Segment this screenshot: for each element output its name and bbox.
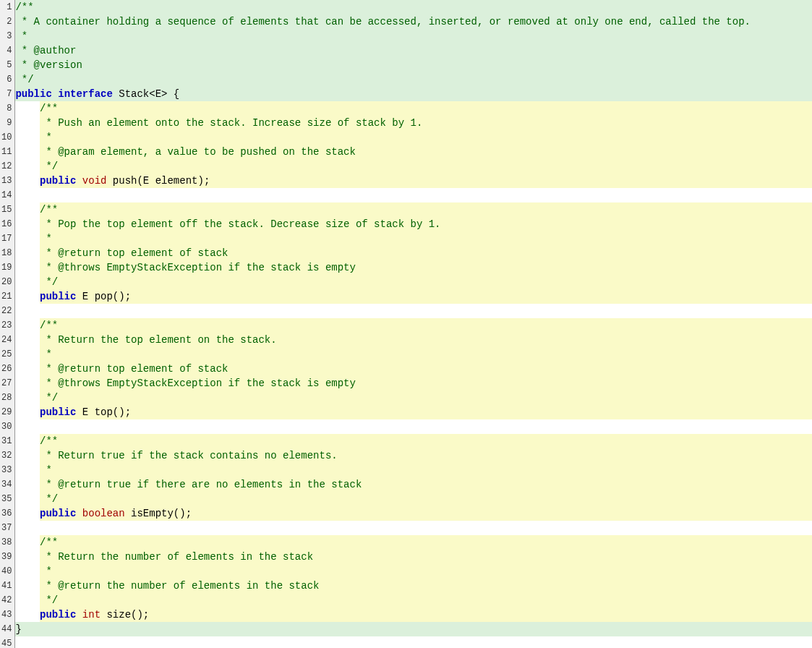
line-number: 18 (0, 246, 14, 260)
code-token: public (40, 406, 76, 418)
line-number: 34 (0, 477, 14, 492)
code-line: * (15, 347, 812, 362)
code-token: public (40, 609, 76, 621)
code-line: * (15, 29, 812, 43)
code-line: public boolean isEmpty(); (15, 506, 812, 521)
code-line (15, 636, 812, 648)
code-token: /** (40, 435, 58, 447)
code-token: * @return top element of stack (40, 363, 228, 375)
code-token: * Return true if the stack contains no e… (40, 450, 338, 461)
line-number: 37 (0, 521, 14, 535)
line-number: 24 (0, 333, 14, 347)
code-token: public (40, 175, 76, 187)
code-token (76, 609, 82, 621)
code-token: * (40, 233, 52, 244)
line-number: 2 (0, 14, 14, 29)
code-token: * (40, 464, 52, 476)
line-number: 32 (0, 448, 14, 463)
code-line: */ (15, 275, 812, 289)
code-token: Stack<E> { (113, 88, 179, 100)
line-number: 13 (0, 174, 14, 188)
code-token: * A container holding a sequence of elem… (15, 16, 751, 27)
code-line: /** (15, 202, 812, 217)
code-token: E top(); (76, 406, 131, 418)
gutter: 1234567891011121314151617181920212223242… (0, 0, 15, 648)
line-number: 43 (0, 608, 14, 622)
code-token: * @author (15, 45, 76, 56)
line-number: 39 (0, 550, 14, 564)
code-line: * (15, 463, 812, 477)
code-line: * (15, 130, 812, 145)
code-line: * (15, 564, 812, 579)
code-line: * Return the top element on the stack. (15, 333, 812, 347)
code-token: void (82, 175, 107, 187)
line-number: 21 (0, 289, 14, 304)
code-token: * (40, 132, 52, 143)
line-number: 9 (0, 116, 14, 130)
code-line: } (15, 622, 812, 636)
code-line (15, 521, 812, 535)
code-line: * Return the number of elements in the s… (15, 550, 812, 564)
code-token: interface (58, 88, 113, 100)
code-line: /** (15, 535, 812, 550)
line-number: 41 (0, 579, 14, 593)
line-number: 25 (0, 347, 14, 362)
code-token: * @return top element of stack (40, 247, 228, 259)
line-number: 38 (0, 535, 14, 550)
code-token: int (82, 609, 101, 621)
code-line: * @return true if there are no elements … (15, 477, 812, 492)
code-line: * @return top element of stack (15, 246, 812, 260)
code-line: /** (15, 101, 812, 116)
code-token (76, 175, 82, 187)
code-token: /** (40, 103, 58, 114)
code-token: * Return the top element on the stack. (40, 334, 277, 346)
code-line: */ (15, 492, 812, 506)
code-line: * @version (15, 58, 812, 72)
code-line: * Push an element onto the stack. Increa… (15, 116, 812, 130)
line-number: 6 (0, 72, 14, 87)
line-number: 8 (0, 101, 14, 116)
code-line: */ (15, 593, 812, 608)
line-number: 16 (0, 217, 14, 231)
code-line: public int size(); (15, 608, 812, 622)
line-number: 20 (0, 275, 14, 289)
code-token: /** (40, 204, 58, 216)
code-token: */ (40, 161, 58, 172)
code-token (52, 88, 58, 100)
line-number: 15 (0, 202, 14, 217)
code-viewer: 1234567891011121314151617181920212223242… (0, 0, 812, 648)
code-token: /** (15, 1, 33, 13)
code-line: * @return the number of elements in the … (15, 579, 812, 593)
code-line: public interface Stack<E> { (15, 87, 812, 101)
code-token: */ (15, 74, 33, 85)
code-line: public E pop(); (15, 289, 812, 304)
code-line: public E top(); (15, 405, 812, 419)
code-line: * A container holding a sequence of elem… (15, 14, 812, 29)
line-number: 35 (0, 492, 14, 506)
line-number: 30 (0, 419, 14, 434)
code-line: * @throws EmptyStackException if the sta… (15, 260, 812, 275)
code-token: } (15, 623, 21, 635)
line-number: 31 (0, 434, 14, 448)
code-line: */ (15, 72, 812, 87)
code-line: public void push(E element); (15, 174, 812, 188)
code-line: * @author (15, 43, 812, 58)
code-line: /** (15, 0, 812, 14)
code-line: /** (15, 434, 812, 448)
code-line: /** (15, 318, 812, 333)
line-number: 11 (0, 145, 14, 159)
code-token: * @return the number of elements in the … (40, 580, 319, 592)
line-number: 44 (0, 622, 14, 636)
code-token: * @version (15, 59, 82, 71)
line-number: 3 (0, 29, 14, 43)
line-number: 29 (0, 405, 14, 419)
line-number: 26 (0, 362, 14, 376)
line-number: 5 (0, 58, 14, 72)
line-number: 40 (0, 564, 14, 579)
code-line: * Return true if the stack contains no e… (15, 448, 812, 463)
code-line: * @throws EmptyStackException if the sta… (15, 376, 812, 391)
line-number: 28 (0, 391, 14, 405)
code-token: * @throws EmptyStackException if the sta… (40, 262, 356, 273)
code-token: size(); (101, 609, 149, 621)
code-token: push(E element); (106, 175, 210, 187)
